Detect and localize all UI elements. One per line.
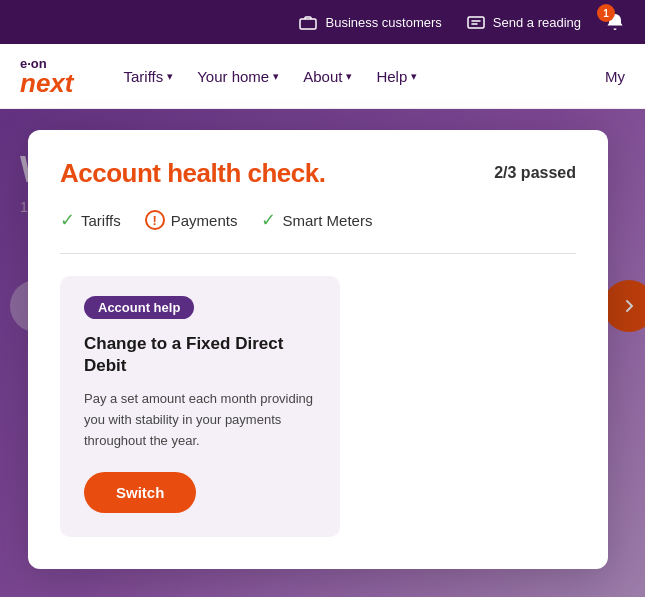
switch-button[interactable]: Switch — [84, 472, 196, 513]
nav-bar: e·on next Tariffs ▾ Your home ▾ About ▾ … — [0, 44, 645, 109]
logo-next: next — [20, 70, 73, 96]
chevron-down-icon: ▾ — [167, 70, 173, 83]
send-reading-link[interactable]: Send a reading — [466, 12, 581, 32]
nav-item-about[interactable]: About ▾ — [293, 60, 362, 93]
nav-item-help[interactable]: Help ▾ — [366, 60, 427, 93]
chevron-down-icon: ▾ — [346, 70, 352, 83]
modal-header: Account health check. 2/3 passed — [60, 158, 576, 189]
notification-bell[interactable]: 1 — [605, 12, 625, 32]
top-bar: Business customers Send a reading 1 — [0, 0, 645, 44]
check-tariffs: ✓ Tariffs — [60, 209, 121, 231]
check-payments: ! Payments — [145, 210, 238, 230]
chevron-down-icon: ▾ — [273, 70, 279, 83]
modal-divider — [60, 253, 576, 254]
check-smart-meters: ✓ Smart Meters — [261, 209, 372, 231]
modal-passed: 2/3 passed — [494, 164, 576, 182]
check-smart-meters-label: Smart Meters — [282, 212, 372, 229]
nav-item-tariffs[interactable]: Tariffs ▾ — [113, 60, 183, 93]
nav-item-my[interactable]: My — [605, 68, 625, 85]
check-pass-icon: ✓ — [60, 209, 75, 231]
nav-my-label: My — [605, 68, 625, 85]
logo[interactable]: e·on next — [20, 57, 73, 96]
nav-tariffs-label: Tariffs — [123, 68, 163, 85]
send-reading-label: Send a reading — [493, 15, 581, 30]
card-badge: Account help — [84, 296, 194, 319]
modal-title: Account health check. — [60, 158, 325, 189]
account-health-modal: Account health check. 2/3 passed ✓ Tarif… — [28, 130, 608, 569]
svg-rect-1 — [468, 17, 484, 28]
check-payments-label: Payments — [171, 212, 238, 229]
check-warning-icon: ! — [145, 210, 165, 230]
nav-item-your-home[interactable]: Your home ▾ — [187, 60, 289, 93]
nav-your-home-label: Your home — [197, 68, 269, 85]
svg-rect-0 — [300, 19, 316, 29]
nav-items: Tariffs ▾ Your home ▾ About ▾ Help ▾ My — [113, 60, 625, 93]
nav-help-label: Help — [376, 68, 407, 85]
check-pass-icon: ✓ — [261, 209, 276, 231]
card-title: Change to a Fixed Direct Debit — [84, 333, 316, 377]
meter-icon — [466, 12, 486, 32]
chevron-down-icon: ▾ — [411, 70, 417, 83]
card-description: Pay a set amount each month providing yo… — [84, 389, 316, 451]
briefcase-icon — [298, 12, 318, 32]
notification-count: 1 — [597, 4, 615, 22]
business-customers-link[interactable]: Business customers — [298, 12, 441, 32]
business-customers-label: Business customers — [325, 15, 441, 30]
modal-checks: ✓ Tariffs ! Payments ✓ Smart Meters — [60, 209, 576, 231]
account-help-card: Account help Change to a Fixed Direct De… — [60, 276, 340, 537]
check-tariffs-label: Tariffs — [81, 212, 121, 229]
nav-about-label: About — [303, 68, 342, 85]
